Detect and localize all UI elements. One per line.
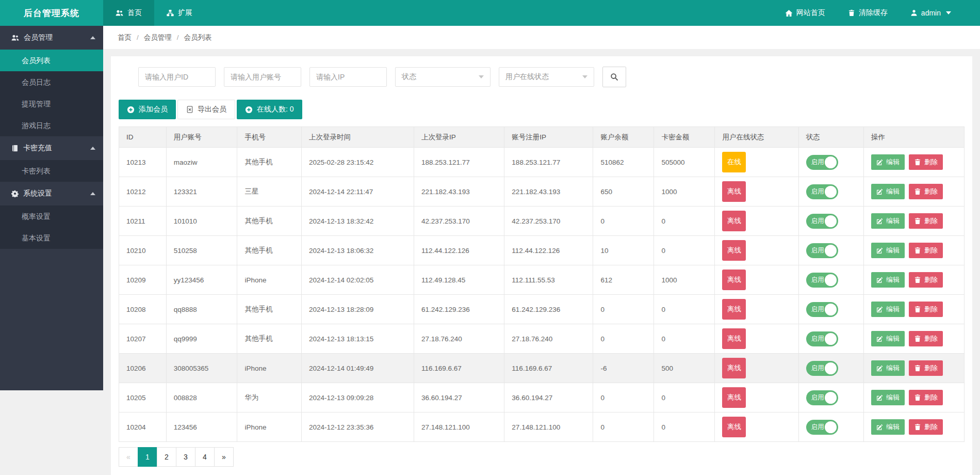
delete-button[interactable]: 删除 <box>909 213 943 229</box>
top-nav: 首页扩展 <box>103 0 205 26</box>
status-select[interactable]: 状态 <box>395 67 491 87</box>
add-member-button[interactable]: 添加会员 <box>119 100 176 119</box>
status-toggle[interactable]: 启用 <box>806 420 838 435</box>
button-label: 编辑 <box>886 246 900 255</box>
edit-button[interactable]: 编辑 <box>871 154 905 170</box>
status-toggle[interactable]: 启用 <box>806 184 838 199</box>
edit-icon <box>876 394 883 401</box>
cell-balance: 0 <box>593 324 654 354</box>
page-3[interactable]: 3 <box>176 447 195 467</box>
edit-button[interactable]: 编辑 <box>871 184 905 199</box>
cell-balance: -6 <box>593 354 654 383</box>
topbar-item-site-home[interactable]: 网站首页 <box>774 0 837 26</box>
edit-button[interactable]: 编辑 <box>871 302 905 317</box>
cell-balance: 0 <box>593 383 654 413</box>
table-row: 10212123321三星2024-12-14 22:11:47221.182.… <box>119 177 965 207</box>
export-member-button[interactable]: 导出会员 <box>177 100 235 119</box>
edit-button[interactable]: 编辑 <box>871 213 905 229</box>
status-toggle[interactable]: 启用 <box>806 302 838 317</box>
delete-button[interactable]: 删除 <box>909 302 943 317</box>
edit-button[interactable]: 编辑 <box>871 331 905 346</box>
sidebar-section-member-management[interactable]: 会员管理 <box>0 26 103 50</box>
delete-button[interactable]: 删除 <box>909 243 943 258</box>
caret-down-icon <box>582 75 587 78</box>
breadcrumb-item: 会员列表 <box>184 33 212 42</box>
status-toggle[interactable]: 启用 <box>806 361 838 376</box>
user-id-input[interactable] <box>138 67 216 87</box>
cell-account: 308005365 <box>166 354 237 383</box>
sidebar-item-probability-settings[interactable]: 概率设置 <box>0 205 103 227</box>
edit-button[interactable]: 编辑 <box>871 390 905 405</box>
account-input[interactable] <box>224 67 301 87</box>
edit-button[interactable]: 编辑 <box>871 419 905 435</box>
sidebar-section-card-recharge[interactable]: 卡密充值 <box>0 136 103 160</box>
caret-down-icon <box>479 75 484 78</box>
table-header-row: ID用户账号手机号上次登录时间上次登录IP账号注册IP账户余额卡密金额用户在线状… <box>119 127 965 148</box>
column-header: 账号注册IP <box>504 127 593 148</box>
status-toggle[interactable]: 启用 <box>806 155 838 170</box>
action-bar: 添加会员导出会员在线人数: 0 <box>119 100 965 119</box>
delete-button[interactable]: 删除 <box>909 272 943 288</box>
sidebar-item-card-list[interactable]: 卡密列表 <box>0 160 103 182</box>
status-toggle[interactable]: 启用 <box>806 214 838 229</box>
cell-last-login-ip: 112.44.122.126 <box>414 236 504 265</box>
sidebar-item-member-list[interactable]: 会员列表 <box>0 50 103 71</box>
cell-operations: 编辑删除 <box>863 177 964 207</box>
cell-operations: 编辑删除 <box>863 148 964 177</box>
trash-icon <box>914 335 921 342</box>
table-row: 10206308005365iPhone2024-12-14 01:49:491… <box>119 354 965 383</box>
breadcrumb-item[interactable]: 会员管理 <box>144 33 172 42</box>
sidebar-submenu-card-recharge: 卡密列表 <box>0 160 103 182</box>
breadcrumb-item[interactable]: 首页 <box>118 33 132 42</box>
column-header: 卡密金额 <box>654 127 715 148</box>
table-row: 10204123456iPhone2024-12-12 23:35:3627.1… <box>119 413 965 442</box>
sidebar-section-system-settings[interactable]: 系统设置 <box>0 182 103 205</box>
page-2[interactable]: 2 <box>157 447 176 467</box>
select-value: 状态 <box>402 72 416 82</box>
status-toggle[interactable]: 启用 <box>806 331 838 346</box>
online-count-button[interactable]: 在线人数: 0 <box>237 100 302 119</box>
button-label: 删除 <box>924 216 938 226</box>
tab-home[interactable]: 首页 <box>103 0 154 26</box>
search-button[interactable] <box>602 67 626 87</box>
cell-card-amount: 500 <box>654 354 715 383</box>
cell-online-status: 离线 <box>715 177 798 207</box>
status-toggle[interactable]: 启用 <box>806 390 838 405</box>
topbar-item-clear-cache[interactable]: 清除缓存 <box>837 0 899 26</box>
ip-input[interactable] <box>309 67 387 87</box>
topbar-right: 网站首页清除缓存admin <box>774 0 980 26</box>
column-header: ID <box>119 127 167 148</box>
cell-account: 101010 <box>166 207 237 236</box>
edit-button[interactable]: 编辑 <box>871 272 905 288</box>
sidebar-item-withdraw-management[interactable]: 提现管理 <box>0 93 103 115</box>
table-row: 10210510258其他手机2024-12-13 18:06:32112.44… <box>119 236 965 265</box>
delete-button[interactable]: 删除 <box>909 184 943 199</box>
user-icon <box>910 9 918 17</box>
status-toggle[interactable]: 启用 <box>806 273 838 288</box>
sidebar-item-basic-settings[interactable]: 基本设置 <box>0 227 103 249</box>
delete-button[interactable]: 删除 <box>909 390 943 405</box>
sidebar-section-label: 卡密充值 <box>23 144 52 153</box>
delete-button[interactable]: 删除 <box>909 419 943 435</box>
sidebar-item-member-logs[interactable]: 会员日志 <box>0 71 103 93</box>
online-status-select[interactable]: 用户在线状态 <box>499 67 594 87</box>
page-next[interactable]: » <box>214 447 234 467</box>
topbar-item-admin-menu[interactable]: admin <box>899 0 962 26</box>
tab-extension[interactable]: 扩展 <box>154 0 205 26</box>
page-1[interactable]: 1 <box>138 447 157 467</box>
sidebar-item-game-logs[interactable]: 游戏日志 <box>0 115 103 136</box>
cell-online-status: 离线 <box>715 236 798 265</box>
cell-status: 启用 <box>798 324 863 354</box>
status-toggle[interactable]: 启用 <box>806 243 838 258</box>
delete-button[interactable]: 删除 <box>909 331 943 346</box>
edit-button[interactable]: 编辑 <box>871 360 905 376</box>
edit-button[interactable]: 编辑 <box>871 243 905 258</box>
page-prev: « <box>119 447 138 467</box>
delete-button[interactable]: 删除 <box>909 154 943 170</box>
app-logo: 后台管理系统 <box>0 0 103 26</box>
content-card: 状态用户在线状态 添加会员导出会员在线人数: 0 ID用户账号手机号上次登录时间… <box>111 56 972 475</box>
delete-button[interactable]: 删除 <box>909 360 943 376</box>
sidebar-section-label: 系统设置 <box>23 189 52 198</box>
column-header: 手机号 <box>237 127 302 148</box>
page-4[interactable]: 4 <box>195 447 215 467</box>
